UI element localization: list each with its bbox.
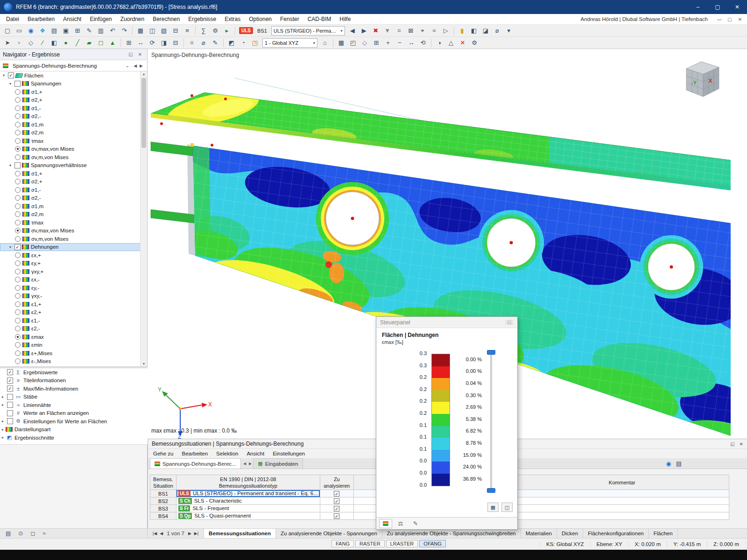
result-tree-item-2[interactable]: σ1,+ bbox=[0, 88, 141, 96]
visibility-filter-icon[interactable]: ◩ bbox=[226, 38, 237, 48]
radio-button[interactable] bbox=[15, 187, 21, 193]
checkbox[interactable] bbox=[7, 402, 13, 408]
scale-edit-button[interactable]: ◫ bbox=[501, 503, 513, 512]
radio-button[interactable] bbox=[15, 309, 21, 315]
radio-button[interactable] bbox=[15, 138, 21, 144]
display-option-3[interactable]: ▸▭Stäbe bbox=[0, 393, 148, 401]
result-tree-item-14[interactable]: σ1,- bbox=[0, 186, 141, 194]
new-node-icon[interactable]: ● bbox=[60, 38, 71, 48]
radio-button[interactable] bbox=[15, 334, 21, 340]
checkbox[interactable] bbox=[7, 418, 13, 424]
display-option-8[interactable]: ▸◩Ergebnisschnitte bbox=[0, 434, 148, 442]
animate-results-icon[interactable]: ▷ bbox=[440, 26, 451, 36]
result-tree-item-0[interactable]: ▾✓Flächen bbox=[0, 71, 141, 80]
result-tree-item-15[interactable]: σ2,- bbox=[0, 194, 141, 203]
expander-icon[interactable]: ▾ bbox=[7, 245, 13, 249]
tab-filter[interactable]: ✎ bbox=[409, 519, 422, 528]
radio-button[interactable] bbox=[15, 211, 21, 217]
next-category-icon[interactable]: ▶ bbox=[138, 63, 144, 68]
snap-toggle-lraster[interactable]: LRASTER bbox=[386, 540, 418, 547]
clipboard-icon[interactable]: ▥ bbox=[95, 26, 106, 36]
page-next-icon[interactable]: ▶ bbox=[187, 531, 193, 536]
dlubal-cloud-icon[interactable]: ◉ bbox=[25, 26, 36, 36]
tab-scroll-right-icon[interactable]: ▶ bbox=[247, 462, 253, 466]
new-opening-icon[interactable]: ◻ bbox=[95, 38, 106, 48]
radio-button[interactable] bbox=[15, 122, 21, 127]
radio-button[interactable] bbox=[15, 179, 21, 184]
edit-node-icon[interactable]: ◇ bbox=[25, 38, 36, 48]
radio-button[interactable] bbox=[15, 269, 21, 274]
result-tree-item-19[interactable]: σv,max,von Mises bbox=[0, 227, 141, 235]
menu-item-3[interactable]: Einfügen bbox=[85, 14, 116, 25]
minimize-button[interactable]: – bbox=[688, 0, 708, 14]
analyze-checkbox[interactable]: ✓ bbox=[334, 506, 339, 511]
result-tree-item-32[interactable]: εmax bbox=[0, 333, 141, 341]
checkbox[interactable]: ✓ bbox=[8, 72, 14, 78]
radio-button[interactable] bbox=[15, 236, 21, 242]
doc-tab-0[interactable]: Spannungs-Dehnungs-Berec... bbox=[150, 458, 241, 469]
network-icon[interactable]: ❖ bbox=[37, 26, 48, 36]
panel-menu-1[interactable]: Bearbeiten bbox=[177, 451, 212, 456]
display-option-1[interactable]: ✓≡Titelinformationen bbox=[0, 377, 148, 385]
panel-menu-0[interactable]: Gehe zu bbox=[149, 451, 177, 456]
table-print-icon[interactable]: ▤ bbox=[676, 460, 682, 467]
perspective-icon[interactable]: △ bbox=[445, 38, 457, 48]
zoom-values-icon[interactable]: ⌖ bbox=[417, 26, 428, 36]
result-tree-item-5[interactable]: σ2,- bbox=[0, 112, 141, 121]
edit-line-icon[interactable]: ∕ bbox=[37, 38, 48, 48]
close-button[interactable]: ✕ bbox=[727, 0, 747, 14]
situation-type-cell[interactable]: S FrSLS - Frequent bbox=[176, 505, 320, 512]
menu-item-5[interactable]: Berechnen bbox=[148, 14, 184, 25]
result-tree-item-16[interactable]: σ1,m bbox=[0, 202, 141, 210]
display-navigator-icon[interactable]: ▤ bbox=[6, 530, 11, 537]
radio-button[interactable] bbox=[15, 130, 21, 135]
checkbox[interactable] bbox=[14, 81, 21, 87]
display-option-4[interactable]: ▸≈Liniennähte bbox=[0, 401, 148, 409]
result-tree-item-17[interactable]: σ2,m bbox=[0, 210, 141, 219]
expander-icon[interactable]: ▸ bbox=[0, 435, 6, 440]
result-tree-item-33[interactable]: εmin bbox=[0, 341, 141, 350]
result-tree-item-21[interactable]: ▾✓Dehnungen bbox=[0, 243, 141, 252]
camera-icon[interactable]: ◻ bbox=[30, 530, 35, 537]
expander-icon[interactable]: ▾ bbox=[7, 82, 13, 86]
array-object-icon[interactable]: ⊟ bbox=[170, 38, 181, 48]
bottom-tab-1[interactable]: Zu analysierende Objekte - Spannungen bbox=[276, 529, 382, 538]
copy-object-icon[interactable]: ⊞ bbox=[123, 38, 134, 48]
page-first-icon[interactable]: |◀ bbox=[151, 531, 158, 536]
analyze-checkbox[interactable]: ✓ bbox=[334, 513, 339, 519]
clipping-plane-icon[interactable]: ◪ bbox=[480, 26, 491, 36]
result-tree-item-1[interactable]: ▾Spannungen bbox=[0, 80, 141, 88]
radio-button[interactable] bbox=[15, 228, 21, 233]
result-tree-item-8[interactable]: τmax bbox=[0, 137, 141, 145]
situation-type-cell[interactable]: S ChSLS - Characteristic bbox=[176, 497, 320, 505]
zoom-in-icon[interactable]: + bbox=[382, 38, 394, 48]
calculate-all-icon[interactable]: ∑ bbox=[198, 26, 209, 36]
result-tree-item-11[interactable]: ▾Spannungsverhältnisse bbox=[0, 161, 141, 170]
maximize-button[interactable]: ▢ bbox=[708, 0, 727, 14]
dimensions-icon[interactable]: ⌀ bbox=[198, 38, 209, 48]
radio-button[interactable] bbox=[15, 113, 21, 119]
view-select[interactable]: 1 - Global XYZ▾ bbox=[262, 38, 317, 48]
situation-type-cell[interactable]: S QpSLS - Quasi-permanent bbox=[176, 512, 320, 520]
bottom-tab-0[interactable]: Bemessungssituationen bbox=[204, 529, 276, 538]
expander-icon[interactable]: ▸ bbox=[0, 419, 6, 423]
tab-factors[interactable]: ⚖ bbox=[394, 519, 407, 528]
load-combination-select[interactable]: ULS (STR/GEO) - Permanent ...▾ bbox=[271, 26, 345, 35]
menu-item-7[interactable]: Extras bbox=[220, 14, 245, 25]
radio-button[interactable] bbox=[15, 252, 21, 258]
new-model-icon[interactable]: ▢ bbox=[2, 26, 13, 36]
next-loadcase-icon[interactable]: ▶ bbox=[359, 26, 370, 36]
column-header-1[interactable]: EN 1990 | DIN | 2012-08Bemessungssituati… bbox=[176, 475, 320, 490]
checkbox[interactable]: ✓ bbox=[7, 385, 13, 392]
radio-button[interactable] bbox=[15, 220, 21, 225]
result-tree-item-30[interactable]: ε1,- bbox=[0, 316, 141, 325]
result-curve-icon[interactable]: ≈ bbox=[42, 530, 46, 537]
mdi-close-icon[interactable]: ✕ bbox=[735, 17, 745, 22]
delete-results-icon[interactable]: ✖ bbox=[370, 26, 381, 36]
menu-item-10[interactable]: CAD-BIM bbox=[303, 14, 336, 25]
edit-surface-icon[interactable]: ◧ bbox=[49, 38, 60, 48]
scale-range-slider[interactable] bbox=[486, 349, 496, 494]
menu-item-8[interactable]: Optionen bbox=[245, 14, 276, 25]
copy-icon[interactable]: ⊞ bbox=[72, 26, 83, 36]
result-tree-item-28[interactable]: ε1,+ bbox=[0, 300, 141, 308]
